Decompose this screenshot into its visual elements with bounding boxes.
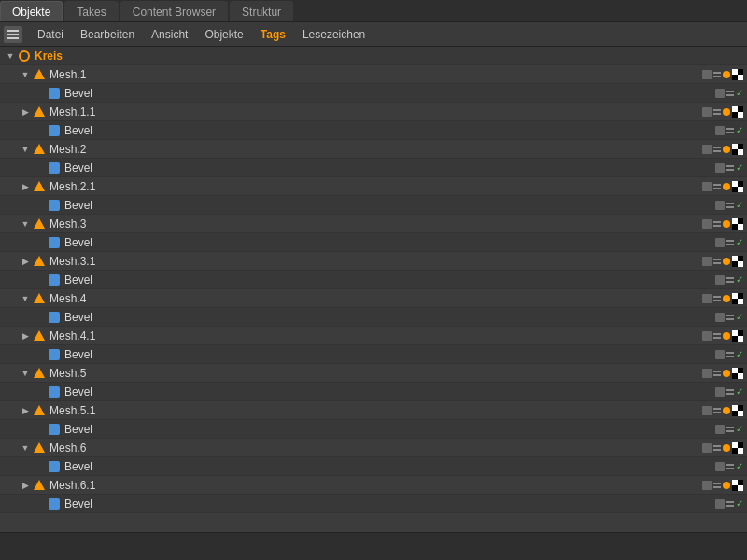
expand-button[interactable]: ▶ [19, 105, 32, 119]
object-name: Bevel [64, 124, 715, 137]
list-item[interactable]: Bevel✓ [0, 84, 747, 103]
expand-button[interactable] [34, 460, 47, 473]
list-item[interactable]: ▼Mesh.3 [0, 215, 747, 233]
list-item[interactable]: ▶Mesh.1.1 [0, 103, 747, 121]
tag-icons-area [702, 144, 743, 155]
object-name: Mesh.5 [49, 367, 702, 380]
menu-tags[interactable]: Tags [253, 26, 293, 43]
expand-button[interactable] [34, 273, 47, 287]
list-item[interactable]: Bevel✓ [0, 420, 747, 439]
list-item[interactable]: ▼Mesh.2 [0, 140, 747, 159]
mesh-icon [32, 179, 47, 194]
expand-button[interactable]: ▼ [19, 68, 32, 81]
expand-button[interactable] [34, 199, 47, 212]
object-name: Mesh.1 [49, 68, 702, 81]
tag-gray-icon-2 [713, 70, 721, 79]
menu-lesezeichen[interactable]: Lesezeichen [295, 26, 373, 43]
tab-struktur[interactable]: Struktur [230, 1, 293, 21]
object-name: Bevel [64, 236, 715, 249]
tab-bar: Objekte Takes Content Browser Struktur [0, 0, 747, 22]
tag-icons-area: ✓ [715, 499, 743, 509]
menu-ansicht[interactable]: Ansicht [144, 26, 195, 43]
list-item[interactable]: Bevel✓ [0, 345, 747, 364]
list-item[interactable]: ▶Mesh.4.1 [0, 327, 747, 345]
tag-orange-dot [723, 146, 730, 153]
expand-button[interactable] [34, 161, 47, 175]
list-item[interactable]: ▶Mesh.5.1 [0, 401, 747, 420]
list-item[interactable]: ▼Mesh.5 [0, 364, 747, 383]
tag-orange-dot [723, 258, 730, 265]
expand-button[interactable] [34, 348, 47, 361]
list-item[interactable]: Bevel✓ [0, 196, 747, 215]
expand-button[interactable]: ▼ [19, 292, 32, 305]
expand-button[interactable]: ▶ [19, 255, 32, 268]
list-item[interactable]: Bevel✓ [0, 308, 747, 327]
tag-icons-area [702, 442, 743, 454]
tag-gray-icon-1 [715, 350, 725, 359]
object-name: Mesh.1.1 [49, 105, 702, 119]
expand-button[interactable] [34, 87, 47, 100]
expand-button[interactable]: ▶ [19, 180, 32, 193]
tag-gray-icon-1 [702, 369, 712, 378]
tag-checker-icon [732, 181, 743, 192]
expand-button[interactable]: ▼ [19, 217, 32, 231]
list-item[interactable]: ▼Mesh.6 [0, 439, 747, 457]
expand-button[interactable]: ▼ [19, 367, 32, 380]
expand-button[interactable]: ▼ [4, 49, 17, 63]
tag-gray-icon-2 [726, 387, 734, 397]
tag-gray-icon-2 [713, 182, 721, 191]
list-item[interactable]: ▶Mesh.2.1 [0, 177, 747, 196]
tag-checker-icon [732, 330, 743, 342]
tag-orange-dot [723, 370, 730, 377]
mesh-icon [32, 291, 47, 306]
tab-content-browser[interactable]: Content Browser [120, 1, 228, 21]
list-item[interactable]: ▼Mesh.1 [0, 65, 747, 84]
list-item[interactable]: ▼Mesh.4 [0, 289, 747, 308]
expand-button[interactable] [34, 385, 47, 399]
tag-icons-area: ✓ [715, 462, 743, 471]
bottom-bar [0, 532, 747, 560]
expand-button[interactable]: ▶ [19, 329, 32, 343]
expand-button[interactable]: ▼ [19, 441, 32, 455]
menu-bearbeiten[interactable]: Bearbeiten [73, 26, 142, 43]
tag-green-check: ✓ [736, 275, 743, 285]
object-name: Bevel [64, 311, 715, 324]
menu-datei[interactable]: Datei [30, 26, 71, 43]
list-item[interactable]: Bevel✓ [0, 271, 747, 289]
tab-takes[interactable]: Takes [64, 1, 118, 21]
hamburger-icon[interactable] [4, 26, 22, 43]
list-item[interactable]: Bevel✓ [0, 383, 747, 401]
tag-green-check: ✓ [736, 350, 743, 359]
tag-gray-icon-1 [702, 481, 712, 490]
tag-icons-area: ✓ [715, 387, 743, 397]
tag-orange-dot [723, 295, 730, 302]
list-item[interactable]: ▼Kreis [0, 47, 747, 65]
expand-button[interactable] [34, 423, 47, 436]
tag-icons-area [702, 405, 743, 416]
list-item[interactable]: Bevel✓ [0, 457, 747, 476]
tag-gray-icon-1 [715, 275, 725, 285]
bevel-icon [47, 123, 62, 138]
tag-icons-area: ✓ [715, 350, 743, 359]
bevel-icon [47, 459, 62, 474]
object-name: Mesh.4.1 [49, 329, 702, 343]
menu-objekte[interactable]: Objekte [197, 26, 250, 43]
list-item[interactable]: Bevel✓ [0, 495, 747, 513]
list-item[interactable]: ▶Mesh.3.1 [0, 252, 747, 271]
tab-objekte[interactable]: Objekte [0, 1, 63, 21]
tag-gray-icon-1 [715, 387, 725, 397]
expand-button[interactable]: ▶ [19, 479, 32, 492]
expand-button[interactable] [34, 497, 47, 511]
expand-button[interactable]: ▶ [19, 404, 32, 417]
expand-button[interactable] [34, 311, 47, 324]
list-item[interactable]: Bevel✓ [0, 121, 747, 140]
list-item[interactable]: Bevel✓ [0, 233, 747, 252]
list-item[interactable]: Bevel✓ [0, 159, 747, 177]
expand-button[interactable] [34, 236, 47, 249]
list-item[interactable]: ▶Mesh.6.1 [0, 476, 747, 495]
tag-green-check: ✓ [736, 387, 743, 397]
expand-button[interactable]: ▼ [19, 143, 32, 156]
tag-gray-icon-1 [715, 201, 725, 210]
expand-button[interactable] [34, 124, 47, 137]
tag-gray-icon-1 [702, 219, 712, 229]
